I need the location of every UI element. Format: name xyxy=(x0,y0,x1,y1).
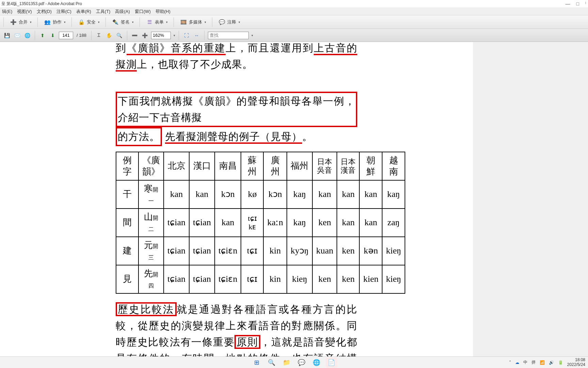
wechat-icon[interactable]: 💬 xyxy=(296,357,307,368)
battery-icon[interactable]: 🔋 xyxy=(558,360,563,365)
sign-label: 签名 xyxy=(121,19,130,25)
highlight-cursor: 有 xyxy=(181,334,191,350)
col-jp-go: 日本吳音 xyxy=(312,152,337,180)
table-header-row: 例字 《廣韻》 北京 漢口 南昌 蘇州 廣州 福州 日本吳音 日本漢音 朝鮮 越… xyxy=(116,152,405,180)
tray-clock[interactable]: 18:08 2022/5/24 xyxy=(567,358,585,367)
table-row: 見 先開四 tɕian tɕian tɕiɛn tɕɪ kin kieŋ ken… xyxy=(116,265,405,293)
collab-label: 协作 xyxy=(53,19,62,25)
menu-tools[interactable]: 工具(T) xyxy=(96,9,111,15)
file-explorer-icon[interactable]: 📁 xyxy=(281,357,292,368)
fit-page-icon[interactable]: ⛶ xyxy=(182,31,191,40)
col-vietnamese: 越南 xyxy=(382,152,405,180)
tray-chevron-icon[interactable]: ˄ xyxy=(509,360,511,365)
boxed-intro-2: 的方法。 xyxy=(116,127,162,146)
select-tool-icon[interactable]: Ꮖ xyxy=(95,31,103,40)
table-row: 建 元開三 tɕian tɕian tɕiɛn tɕɪ kin kyɔŋ kua… xyxy=(116,237,405,265)
combine-icon: ➕ xyxy=(10,18,17,26)
menu-edit[interactable]: 辑(E) xyxy=(2,9,12,15)
boxed-intro-1: 下面我們就構擬《廣韻》的聲母和韻母各舉一例，介紹一下古音構擬 xyxy=(116,92,357,127)
collab-button[interactable]: 👥 协作▾ xyxy=(41,17,68,28)
combine-button[interactable]: ➕ 合并▾ xyxy=(7,17,34,28)
secure-button[interactable]: 🔒 安全▾ xyxy=(75,17,102,28)
forms-label: 表单 xyxy=(155,19,164,25)
forms-icon: ☰ xyxy=(146,18,153,26)
menu-help[interactable]: 帮助(H) xyxy=(156,9,170,15)
main-toolbar: ➕ 合并▾ 👥 协作▾ 🔒 安全▾ ✒️ 签名▾ ☰ 表单▾ 🎞️ 多媒体▾ 💬… xyxy=(0,15,588,29)
acrobat-icon[interactable]: 📄 xyxy=(326,357,337,368)
hand-tool-icon[interactable]: ✋ xyxy=(105,31,113,40)
next-page-button[interactable]: ⬇ xyxy=(49,31,57,40)
menu-view[interactable]: 视图(V) xyxy=(17,9,32,15)
lock-icon: 🔒 xyxy=(78,18,85,26)
search-input[interactable]: 查找 xyxy=(208,32,249,39)
col-beijing: 北京 xyxy=(164,152,189,180)
multimedia-button[interactable]: 🎞️ 多媒体▾ xyxy=(177,17,209,28)
col-jp-kan: 日本漢音 xyxy=(337,152,359,180)
menu-forms[interactable]: 表单(R) xyxy=(76,9,91,15)
ime-mode[interactable]: 拼 xyxy=(532,359,536,365)
volume-icon[interactable]: 🔊 xyxy=(549,360,554,365)
menu-comments[interactable]: 注释(C) xyxy=(56,9,71,15)
page-number-input[interactable] xyxy=(59,32,73,39)
globe-icon[interactable]: 🌐 xyxy=(23,31,31,40)
combine-label: 合并 xyxy=(19,19,28,25)
menu-document[interactable]: 文档(D) xyxy=(37,9,52,15)
zoom-out-button[interactable]: ➖ xyxy=(131,31,139,40)
menu-window[interactable]: 窗口(W) xyxy=(135,9,151,15)
pen-icon: ✒️ xyxy=(112,18,119,26)
onedrive-icon[interactable]: ☁ xyxy=(515,360,519,365)
comment-button[interactable]: 💬 注释▾ xyxy=(216,17,243,28)
paragraph-2: 下面我們就構擬《廣韻》的聲母和韻母各舉一例，介紹一下古音構擬 的方法。 先看擬測… xyxy=(116,75,357,146)
page-total-label: / 188 xyxy=(77,33,86,38)
secure-label: 安全 xyxy=(87,19,96,25)
window-titlebar: 呈 第4版_13501353.pdf - Adobe Acrobat Pro —… xyxy=(0,0,588,8)
mail-icon[interactable]: ✉️ xyxy=(13,31,21,40)
window-maximize-button[interactable]: □ xyxy=(576,1,579,6)
paragraph-3: 歷史比較法就是通過對各種語言或各種方言的比較，從歷史的演變規律上來看語音的對應關… xyxy=(116,301,357,356)
pronunciation-table: 例字 《廣韻》 北京 漢口 南昌 蘇州 廣州 福州 日本吳音 日本漢音 朝鮮 越… xyxy=(116,152,405,294)
collab-icon: 👥 xyxy=(44,18,51,26)
col-guangyun: 《廣韻》 xyxy=(138,152,164,180)
prev-page-button[interactable]: ⬆ xyxy=(38,31,47,40)
zoom-level-input[interactable] xyxy=(151,32,171,39)
col-hankou: 漢口 xyxy=(189,152,215,180)
table-row: 間 山開二 tɕian tɕian kan tɕɪkᴇ kaːn kaŋ ken… xyxy=(116,209,405,237)
col-nanchang: 南昌 xyxy=(215,152,241,180)
document-viewport[interactable]: 到《廣韻》音系的重建上，而且還運用到上古音的擬測上，也取得了不少成果。 下面我們… xyxy=(0,42,588,356)
boxed-method: 歷史比較法 xyxy=(116,302,177,316)
media-label: 多媒体 xyxy=(189,19,202,25)
col-guangzhou: 廣州 xyxy=(263,152,287,180)
search-icon[interactable]: 🔍 xyxy=(266,357,277,368)
comment-icon: 💬 xyxy=(218,18,226,26)
start-button[interactable]: ⊞ xyxy=(251,357,262,368)
col-fuzhou: 福州 xyxy=(287,152,312,180)
boxed-principle: 原則 xyxy=(234,335,260,349)
col-char: 例字 xyxy=(116,152,138,180)
sign-button[interactable]: ✒️ 签名▾ xyxy=(109,17,136,28)
zoom-in-button[interactable]: ➕ xyxy=(141,31,149,40)
wifi-icon[interactable]: 📶 xyxy=(540,360,545,365)
paragraph-1: 到《廣韻》音系的重建上，而且還運用到上古音的擬測上，也取得了不少成果。 xyxy=(116,42,357,73)
ime-lang[interactable]: 中 xyxy=(523,359,527,365)
pdf-page: 到《廣韻》音系的重建上，而且還運用到上古音的擬測上，也取得了不少成果。 下面我們… xyxy=(0,42,473,356)
fit-width-icon[interactable]: ↔ xyxy=(193,31,201,40)
windows-taskbar: ⊞ 🔍 📁 💬 🌐 📄 ˄ ☁ 中 拼 📶 🔊 🔋 18:08 2022/5/2… xyxy=(0,356,588,368)
media-icon: 🎞️ xyxy=(180,18,187,26)
save-icon[interactable]: 💾 xyxy=(3,31,11,40)
window-title: 呈 第4版_13501353.pdf - Adobe Acrobat Pro xyxy=(1,1,82,7)
col-suzhou: 蘇州 xyxy=(241,152,263,180)
underline-example: 先看擬測聲母的例子（見母） xyxy=(165,131,302,144)
menu-advanced[interactable]: 高级(A) xyxy=(115,9,130,15)
table-row: 干 寒開一 kan kan kɔn kø kɔn kaŋ kan kan kan… xyxy=(116,180,405,209)
navigation-toolbar: 💾 ✉️ 🌐 ⬆ ⬇ / 188 Ꮖ ✋ 🔍 ➖ ➕ ▾ ⛶ ↔ 查找▾ xyxy=(0,29,588,42)
col-korean: 朝鮮 xyxy=(359,152,382,180)
window-close-button[interactable]: | xyxy=(585,1,586,6)
window-minimize-button[interactable]: — xyxy=(565,1,570,6)
edge-icon[interactable]: 🌐 xyxy=(311,357,322,368)
forms-button[interactable]: ☰ 表单▾ xyxy=(143,17,170,28)
marquee-zoom-icon[interactable]: 🔍 xyxy=(115,31,124,40)
underline-guangyun: 《廣韻》音系的重建 xyxy=(127,42,226,55)
menu-bar: 辑(E) 视图(V) 文档(D) 注释(C) 表单(R) 工具(T) 高级(A)… xyxy=(0,8,588,15)
comment-label: 注释 xyxy=(227,19,236,25)
